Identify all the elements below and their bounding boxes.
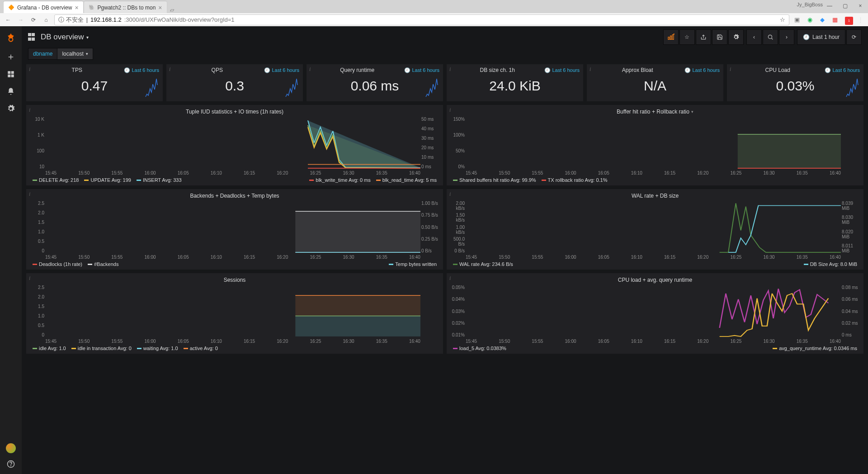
browser-user[interactable]: Jy_BigBoss — [797, 2, 823, 7]
menu-icon[interactable]: ⋮ — [856, 16, 864, 24]
info-icon[interactable]: i — [29, 191, 30, 198]
info-icon[interactable]: i — [449, 66, 451, 73]
pocket-icon[interactable]: ▣ — [793, 16, 801, 24]
time-range-picker[interactable]: 🕘 Last 1 hour — [797, 29, 845, 45]
refresh-button[interactable]: ⟳ — [846, 29, 862, 45]
legend-item[interactable]: avg_query_runtime Avg: 0.0346 ms — [773, 346, 857, 351]
stat-panel[interactable]: i QPS 🕘Last 6 hours 0.3 — [166, 64, 303, 101]
dashboard-title[interactable]: DB overview ▾ — [41, 33, 89, 42]
close-icon[interactable]: × — [158, 4, 162, 11]
panel-title[interactable]: Buffer hit ratio + Rollback ratio ▾ — [450, 108, 860, 117]
panel-tuple-io[interactable]: i Tuple IUD statistics + IO times (1h ra… — [26, 105, 443, 185]
dashboard-grid-icon[interactable] — [28, 33, 36, 41]
plot-area[interactable] — [45, 201, 420, 253]
alert-icon[interactable] — [6, 87, 15, 96]
legend-item[interactable]: DELETE Avg: 218 — [33, 177, 79, 183]
plot-area[interactable] — [45, 285, 420, 337]
minimize-icon[interactable]: — — [822, 0, 837, 12]
info-icon[interactable]: i — [309, 66, 311, 73]
info-icon[interactable]: ⓘ 不安全 — [58, 16, 84, 24]
star-button[interactable]: ☆ — [679, 29, 695, 45]
user-avatar-icon[interactable] — [6, 443, 16, 453]
plot-area[interactable] — [45, 117, 420, 169]
panel-title[interactable]: Sessions — [30, 276, 439, 285]
zoom-out-button[interactable] — [763, 29, 778, 45]
info-icon[interactable]: i — [29, 107, 30, 114]
forward-icon[interactable]: → — [16, 15, 25, 24]
legend-item[interactable]: Shared buffers hit ratio Avg: 99.9% — [453, 177, 536, 183]
maximize-icon[interactable]: ▢ — [837, 0, 853, 12]
legend-item[interactable]: INSERT Avg: 333 — [137, 177, 182, 183]
info-icon[interactable]: i — [449, 107, 451, 114]
stat-range-link[interactable]: 🕘Last 6 hours — [544, 67, 580, 73]
panel-title[interactable]: Tuple IUD statistics + IO times (1h rate… — [30, 108, 439, 117]
ext-badge-icon[interactable]: ▤1 — [844, 16, 852, 24]
star-icon[interactable]: ☆ — [780, 16, 785, 23]
add-panel-button[interactable] — [663, 29, 679, 45]
close-icon[interactable]: × — [853, 0, 868, 12]
legend-item[interactable]: active Avg: 0 — [184, 346, 218, 351]
url-input[interactable]: ⓘ 不安全 | 192.168.1.2:3000/d/UXFwOaNik/db-… — [54, 14, 789, 25]
legend-item[interactable]: WAL rate Avg: 234.6 B/s — [453, 261, 513, 267]
save-button[interactable] — [712, 29, 727, 45]
back-icon[interactable]: ← — [4, 15, 13, 24]
legend-item[interactable]: UPDATE Avg: 199 — [84, 177, 131, 183]
plot-area[interactable] — [466, 285, 841, 337]
home-icon[interactable]: ⌂ — [42, 15, 51, 24]
legend-item[interactable]: TX rollback ratio Avg: 0.1% — [542, 177, 608, 183]
stat-range-link[interactable]: 🕘Last 6 hours — [264, 67, 299, 73]
plot-area[interactable] — [466, 117, 841, 169]
new-tab-button[interactable]: ▱ — [168, 7, 177, 13]
info-icon[interactable]: i — [449, 275, 451, 282]
legend-item[interactable]: idle Avg: 1.0 — [33, 346, 66, 351]
info-icon[interactable]: i — [29, 66, 30, 73]
info-icon[interactable]: i — [730, 66, 731, 73]
settings-button[interactable] — [728, 29, 744, 45]
stat-range-link[interactable]: 🕘Last 6 hours — [825, 67, 860, 73]
legend-item[interactable]: DB Size Avg: 8.0 MiB — [804, 261, 857, 267]
gear-icon[interactable] — [6, 104, 15, 113]
time-back-button[interactable]: ‹ — [746, 29, 762, 45]
panel-title[interactable]: CPU load + avg. query runtime — [450, 276, 860, 285]
legend-item[interactable]: blk_read_time Avg: 5 ms — [376, 177, 437, 183]
legend-item[interactable]: load_5 Avg: 0.0383% — [453, 346, 506, 351]
close-icon[interactable]: × — [75, 4, 78, 11]
legend-item[interactable]: Deadlocks (1h rate) — [33, 261, 82, 267]
grafana-logo-icon[interactable] — [5, 32, 17, 44]
info-icon[interactable]: i — [449, 191, 451, 198]
plus-icon[interactable] — [6, 52, 15, 62]
legend-item[interactable]: #Backends — [88, 261, 118, 267]
variable-dropdown[interactable]: localhost▾ — [57, 48, 93, 60]
stat-panel[interactable]: i Query runtime 🕘Last 6 hours 0.06 ms — [307, 64, 443, 101]
stat-panel[interactable]: i TPS 🕘Last 6 hours 0.47 — [26, 64, 163, 101]
legend-item[interactable]: waiting Avg: 1.0 — [137, 346, 178, 351]
panel-title[interactable]: Backends + Deadlocks + Temp bytes — [30, 192, 439, 201]
time-forward-button[interactable]: › — [779, 29, 794, 45]
plot-area[interactable] — [466, 201, 841, 253]
legend-item[interactable]: blk_write_time Avg: 0 ms — [309, 177, 370, 183]
panel-sessions[interactable]: i Sessions 2.52.01.51.00.50 15:4515:5015… — [26, 273, 443, 354]
ext-red-icon[interactable]: ▦ — [831, 16, 839, 24]
reload-icon[interactable]: ⟳ — [29, 15, 38, 24]
browser-tab-active[interactable]: 🔶 Grafana - DB overview × — [4, 1, 83, 13]
stat-panel[interactable]: i Approx Bloat 🕘Last 6 hours N/A — [587, 64, 723, 101]
panel-wal[interactable]: i WAL rate + DB size 2.00 kB/s1.50 kB/s1… — [447, 189, 863, 270]
dashboards-icon[interactable] — [6, 70, 15, 79]
stat-panel[interactable]: i DB size ch. 1h 🕘Last 6 hours 24.0 KiB — [447, 64, 583, 101]
help-icon[interactable] — [6, 460, 15, 469]
legend-item[interactable]: idle in transaction Avg: 0 — [71, 346, 132, 351]
adblock-icon[interactable]: ◉ — [806, 16, 814, 24]
stat-panel[interactable]: i CPU Load 🕘Last 6 hours 0.03% — [727, 64, 863, 101]
ext-blue-icon[interactable]: ◆ — [818, 16, 826, 24]
panel-cpu[interactable]: i CPU load + avg. query runtime 0.05%0.0… — [447, 273, 863, 354]
stat-range-link[interactable]: 🕘Last 6 hours — [404, 67, 439, 73]
info-icon[interactable]: i — [169, 66, 170, 73]
info-icon[interactable]: i — [29, 275, 30, 282]
stat-range-link[interactable]: 🕘Last 6 hours — [124, 67, 159, 73]
info-icon[interactable]: i — [590, 66, 591, 73]
share-button[interactable] — [696, 29, 711, 45]
panel-buffer-ratio[interactable]: i Buffer hit ratio + Rollback ratio ▾ 15… — [447, 105, 863, 185]
stat-range-link[interactable]: 🕘Last 6 hours — [684, 67, 720, 73]
panel-backends[interactable]: i Backends + Deadlocks + Temp bytes 2.52… — [26, 189, 443, 270]
panel-title[interactable]: WAL rate + DB size — [450, 192, 860, 201]
